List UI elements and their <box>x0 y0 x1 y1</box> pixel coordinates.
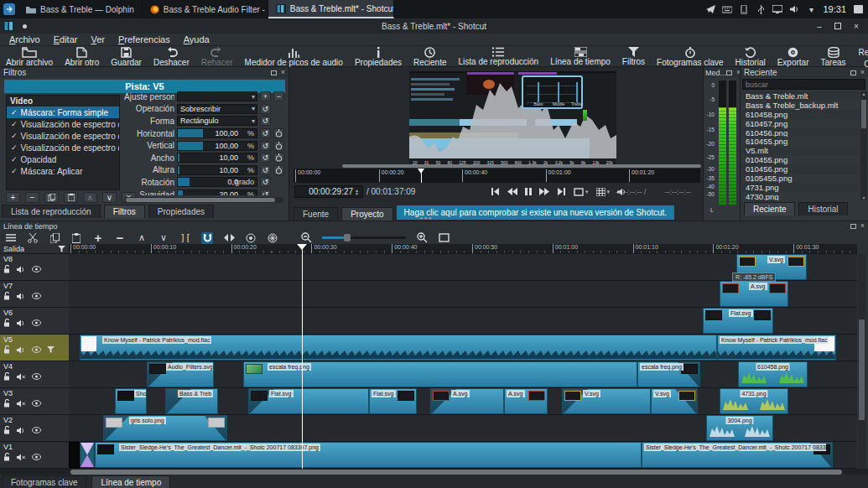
paste-icon[interactable] <box>70 232 82 244</box>
reset-icon[interactable]: ↺ <box>260 189 271 195</box>
track-lane-v1[interactable]: Sister_Sledge-He's_The_Greatest_Dancer.m… <box>69 442 857 469</box>
eye-icon[interactable] <box>32 373 41 380</box>
lock-icon[interactable] <box>3 399 11 408</box>
lock-icon[interactable] <box>3 372 11 381</box>
paste-filters-button[interactable] <box>64 192 78 203</box>
close-button[interactable]: × <box>851 22 861 31</box>
clip-v-svg[interactable]: V.svg <box>651 388 698 414</box>
float-panel-icon[interactable] <box>726 70 732 75</box>
recent-file-item[interactable]: 010456.png <box>742 164 860 174</box>
recent-file-item[interactable]: Bass & Treble.mlt <box>742 91 860 101</box>
layout-registro[interactable]: Registro <box>852 47 868 58</box>
horizontal-slider[interactable]: 100,00% <box>177 128 257 138</box>
remove-preset-button[interactable]: − <box>273 91 284 101</box>
lock-icon[interactable] <box>3 426 11 434</box>
lock-icon[interactable] <box>3 319 11 327</box>
taskbar-window-shotcut[interactable]: Bass & Treble.mlt* - Shotcut <box>268 0 394 18</box>
clip-a-svg[interactable]: A.svg <box>504 388 548 414</box>
keyframe-stopwatch-icon[interactable] <box>273 165 284 175</box>
tab-proyecto[interactable]: Proyecto <box>341 207 392 221</box>
recent-file-item[interactable]: 4731.png <box>742 183 860 192</box>
operación-select[interactable]: Sobrescribir▾ <box>177 104 257 114</box>
toolbar-guardar-button[interactable]: Guardar <box>105 46 148 67</box>
filter-item[interactable]: ✓Máscara: Aplicar <box>7 165 119 177</box>
cut-icon[interactable] <box>27 232 39 244</box>
track-head-v7[interactable]: V7 <box>0 281 69 308</box>
recent-file-item[interactable]: 010455.png <box>742 155 860 164</box>
fast-forward-button[interactable] <box>539 188 549 195</box>
remove-filter-button[interactable]: − <box>25 192 39 203</box>
minimize-button[interactable]: – <box>814 22 824 31</box>
timeline-zoom-slider[interactable] <box>322 236 406 239</box>
keyframe-stopwatch-icon[interactable] <box>273 141 284 151</box>
clip-610458-png[interactable]: 610458.png <box>738 361 808 387</box>
track-lane-v2[interactable]: gris solo.png3004.png <box>69 415 857 442</box>
toolbar-historial-button[interactable]: Historial <box>730 46 772 67</box>
close-panel-icon[interactable]: × <box>281 70 285 75</box>
lock-icon[interactable] <box>3 292 11 300</box>
forma-select[interactable]: Rectángulo▾ <box>177 116 257 126</box>
clip-a-svg[interactable]: A.svg <box>720 281 788 307</box>
menu-editar[interactable]: Editar <box>48 34 84 44</box>
recent-file-item[interactable]: 4730.png <box>742 192 860 200</box>
tab-fotogramas-clave[interactable]: Fotogramas clave <box>2 475 86 488</box>
timeline-vscrollbar[interactable] <box>858 254 865 469</box>
speaker-icon[interactable] <box>17 319 26 327</box>
filter-checkbox[interactable]: ✓ <box>11 167 18 175</box>
close-panel-icon[interactable]: × <box>860 70 865 75</box>
ripple-all-tracks-icon[interactable] <box>267 232 278 244</box>
toolbar-lista-de-reproducci-n-button[interactable]: Lista de reproducción <box>453 46 545 67</box>
tab-linea-de-tiempo[interactable]: Línea de tiempo <box>91 475 170 488</box>
suavidad-slider[interactable]: 20,00% <box>177 189 257 195</box>
clip-flat-svg[interactable]: Flat.svg <box>248 388 369 414</box>
tab-fuente[interactable]: Fuente <box>294 207 338 221</box>
overwrite-icon[interactable]: ∨ <box>158 232 169 244</box>
device-tray-icon[interactable] <box>739 4 749 14</box>
toolbar-fotogramas-clave-button[interactable]: Fotogramas clave <box>651 46 729 67</box>
tab-propiedades[interactable]: Propiedades <box>148 205 214 218</box>
clip-sister-sledge-he-s-the-greates[interactable]: Sister_Sledge-He's_The_Greatest_Dancer.m… <box>95 442 642 468</box>
filter-checkbox[interactable]: ✓ <box>11 132 18 140</box>
scrub-while-dragging-icon[interactable] <box>223 232 235 244</box>
tab-lista-de-reproducci-n[interactable]: Lista de reproducción <box>2 205 101 218</box>
clip-bass-treb[interactable]: Bass & Treb <box>165 388 218 414</box>
filter-checkbox[interactable]: ✓ <box>11 155 18 164</box>
skip-to-start-button[interactable] <box>491 188 500 195</box>
tray-expand-caret-icon[interactable]: ▾ <box>806 4 816 14</box>
menu-preferencias[interactable]: Preferencias <box>112 34 176 44</box>
toolbar-l-nea-de-tiempo-button[interactable]: Línea de tiempo <box>544 46 616 67</box>
track-head-v2[interactable]: V2 <box>0 415 69 442</box>
track-lane-v5[interactable]: Know Myself - Patrick Patrikios_mod.flac… <box>69 335 857 361</box>
recent-scrollbar[interactable]: ▲▼ <box>860 91 867 200</box>
toolbar-abrir-otro-button[interactable]: Abrir otro <box>59 46 105 67</box>
recent-search-input[interactable] <box>742 79 865 90</box>
reset-icon[interactable]: ↺ <box>260 177 271 187</box>
filter-form-hscrollbar[interactable] <box>124 197 283 203</box>
taskbar-clock[interactable]: 19:31 <box>823 4 846 14</box>
snap-magnet-icon[interactable] <box>201 232 213 244</box>
grid-button[interactable]: ▾ <box>596 188 611 196</box>
clip-4731-png[interactable]: 4731.png <box>720 388 788 414</box>
tab-filtros[interactable]: Filtros <box>104 205 145 218</box>
track-lane-v4[interactable]: Audio_Filters.svgescala freq.pngescala f… <box>69 361 857 388</box>
keyframe-stopwatch-icon[interactable] <box>273 128 284 138</box>
eye-icon[interactable] <box>32 454 41 460</box>
clip[interactable] <box>80 442 95 468</box>
filter-item[interactable]: ✓Visualización de espectro de audio <box>7 142 119 153</box>
clip-v-svg[interactable]: V.svg <box>562 388 651 414</box>
recent-file-item[interactable]: 610458.png <box>742 110 860 119</box>
rewind-button[interactable] <box>507 188 517 195</box>
eye-icon[interactable] <box>32 400 41 407</box>
eye-icon[interactable] <box>32 346 41 353</box>
monitor-playhead-grip[interactable] <box>418 169 424 177</box>
append-icon[interactable]: + <box>92 232 104 244</box>
track-head-v1[interactable]: V1 <box>0 442 69 469</box>
track-head-v5[interactable]: V5 <box>0 335 69 361</box>
float-panel-icon[interactable] <box>850 224 856 229</box>
menu-ayuda[interactable]: Ayuda <box>178 34 216 44</box>
clip-sister-sledge-he-s-the-greates[interactable]: Sister_Sledge-He's_The_Greatest_Dancer.m… <box>642 442 833 468</box>
reset-icon[interactable]: ↺ <box>260 128 271 138</box>
clip-gris-solo-png[interactable]: gris solo.png <box>103 415 227 441</box>
menu-archivo[interactable]: Archivo <box>3 34 46 44</box>
timeline-ruler[interactable]: 00:00:0000:00:1000:00:2000:00:3000:00:40… <box>69 244 857 254</box>
